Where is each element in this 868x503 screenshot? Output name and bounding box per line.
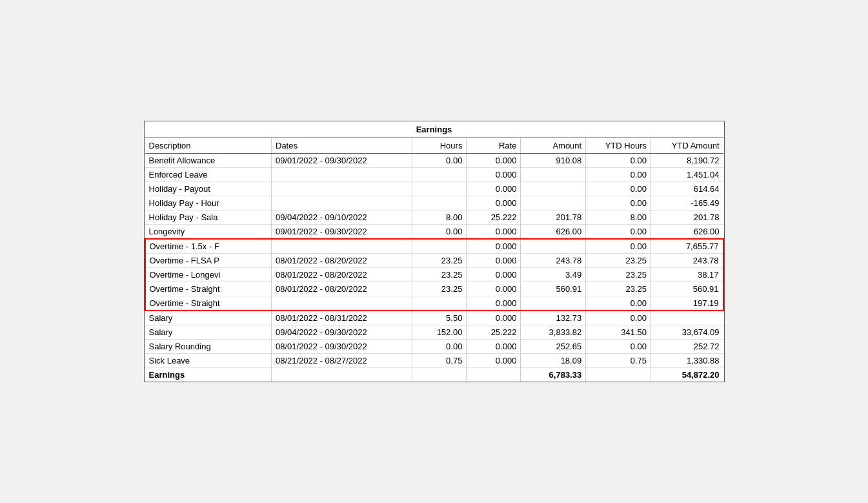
- table-title: Earnings: [145, 121, 723, 138]
- table-row: Salary08/01/2022 - 08/31/20225.500.00013…: [145, 311, 723, 325]
- col-header-ytd-hours: YTD Hours: [586, 138, 651, 154]
- col-header-rate: Rate: [467, 138, 521, 154]
- table-row: Holiday Pay - Hour0.0000.00-165.49: [145, 196, 723, 210]
- table-row: Longevity09/01/2022 - 09/30/20220.000.00…: [145, 225, 723, 240]
- table-row: Overtime - Straight0.0000.00197.19: [145, 296, 723, 311]
- table-row: Salary09/04/2022 - 09/30/2022152.0025.22…: [145, 325, 723, 340]
- col-header-ytd-amount: YTD Amount: [651, 138, 723, 154]
- table-row: Enforced Leave0.0000.001,451.04: [145, 168, 723, 182]
- table-row: Holiday Pay - Sala09/04/2022 - 09/10/202…: [145, 210, 723, 225]
- table-row: Sick Leave08/21/2022 - 08/27/20220.750.0…: [145, 354, 723, 368]
- table-row: Holiday - Payout0.0000.00614.64: [145, 182, 723, 196]
- footer-row: Earnings6,783.3354,872.20: [145, 368, 723, 382]
- col-header-hours: Hours: [412, 138, 467, 154]
- table-row: Overtime - Longevi08/01/2022 - 08/20/202…: [145, 268, 723, 282]
- table-row: Benefit Allowance09/01/2022 - 09/30/2022…: [145, 154, 723, 168]
- table-row: Overtime - Straight08/01/2022 - 08/20/20…: [145, 282, 723, 296]
- table-row: Overtime - FLSA P08/01/2022 - 08/20/2022…: [145, 254, 723, 268]
- col-header-description: Description: [145, 138, 272, 154]
- table-row: Salary Rounding08/01/2022 - 09/30/20220.…: [145, 340, 723, 354]
- col-header-dates: Dates: [272, 138, 412, 154]
- table-row: Overtime - 1.5x - F0.0000.007,655.77: [145, 239, 723, 254]
- col-header-amount: Amount: [521, 138, 586, 154]
- earnings-table: Earnings Description Dates Hours Rate Am…: [144, 121, 725, 382]
